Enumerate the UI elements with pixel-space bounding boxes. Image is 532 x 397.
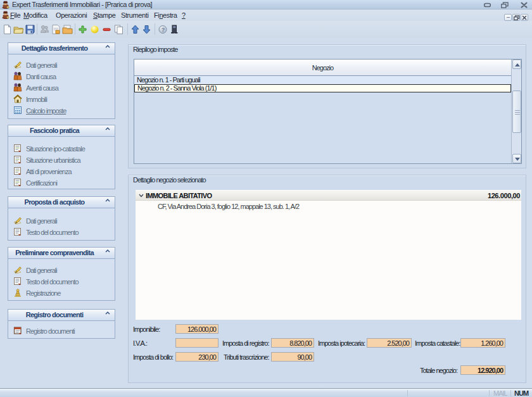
svg-text:?: ? [162, 27, 165, 33]
